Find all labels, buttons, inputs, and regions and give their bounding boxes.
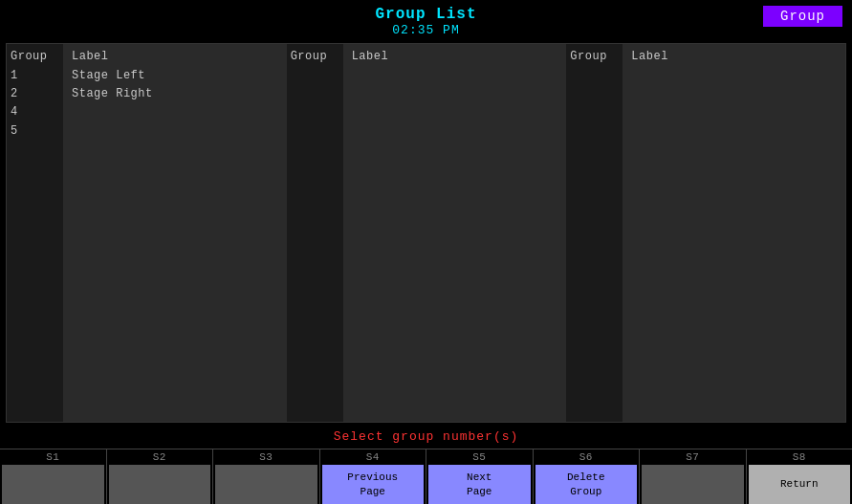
screen: Group List 02:35 PM Group Group 1245 Lab…	[0, 0, 852, 504]
header-title-block: Group List 02:35 PM	[375, 6, 476, 37]
status-bar: Select group number(s)	[0, 425, 852, 449]
header-tab[interactable]: Group	[763, 6, 842, 27]
col-group-3: Group	[566, 44, 623, 422]
softkey-s2: S2	[107, 449, 214, 504]
status-message: Select group number(s)	[334, 429, 519, 444]
softkey-s5-label: S5	[472, 451, 486, 463]
softkey-s3: S3	[213, 449, 320, 504]
softkey-s6-button[interactable]: DeleteGroup	[535, 465, 638, 504]
softkey-s2-button	[109, 465, 211, 504]
column-pair-3: Group Label	[566, 44, 845, 422]
header: Group List 02:35 PM Group	[0, 0, 852, 41]
softkey-s7: S7	[640, 449, 747, 504]
softkey-s6[interactable]: S6 DeleteGroup	[534, 449, 641, 504]
col-group-1: Group 1245	[7, 44, 64, 422]
main-content: Group 1245 Label Stage LeftStage Right G…	[6, 43, 846, 423]
col-label-1: Label Stage LeftStage Right	[64, 44, 286, 422]
softkey-s8-label: S8	[793, 451, 806, 463]
softkey-s5-button[interactable]: NextPage	[428, 465, 531, 504]
softkey-s4-button[interactable]: PreviousPage	[322, 465, 425, 504]
softkey-s4[interactable]: S4 PreviousPage	[320, 449, 427, 504]
label-header-2: Label	[352, 50, 558, 63]
col-group-2: Group	[287, 44, 344, 422]
label-header-1: Label	[72, 50, 278, 63]
label-data-1: Stage LeftStage Right	[72, 67, 278, 141]
softkey-s1: S1	[0, 449, 107, 504]
group-header-3: Group	[570, 50, 619, 63]
softkey-s1-label: S1	[46, 451, 59, 463]
softkey-s3-button	[215, 465, 317, 504]
col-label-3: Label	[623, 44, 845, 422]
header-time: 02:35 PM	[375, 23, 476, 37]
softkey-s8-button[interactable]: Return	[749, 465, 851, 504]
group-data-1: 1245	[11, 67, 59, 141]
softkey-s7-button	[642, 465, 744, 504]
page-title: Group List	[375, 6, 476, 23]
group-header-2: Group	[291, 50, 339, 63]
softkey-s1-button	[2, 465, 104, 504]
softkey-s2-label: S2	[153, 451, 166, 463]
softkey-s5[interactable]: S5 NextPage	[426, 449, 534, 504]
softkey-s6-label: S6	[579, 451, 593, 463]
group-header-1: Group	[11, 50, 59, 63]
softkey-s8[interactable]: S8 Return	[747, 449, 853, 504]
column-pair-2: Group Label	[287, 44, 567, 422]
col-label-2: Label	[344, 44, 566, 422]
softkey-s4-label: S4	[366, 451, 380, 463]
softkey-bar: S1 S2 S3 S4 PreviousPage S5 NextPage S6 …	[0, 449, 852, 504]
softkey-s7-label: S7	[686, 451, 699, 463]
softkey-s3-label: S3	[259, 451, 273, 463]
label-header-3: Label	[631, 50, 838, 63]
column-pair-1: Group 1245 Label Stage LeftStage Right	[7, 44, 287, 422]
